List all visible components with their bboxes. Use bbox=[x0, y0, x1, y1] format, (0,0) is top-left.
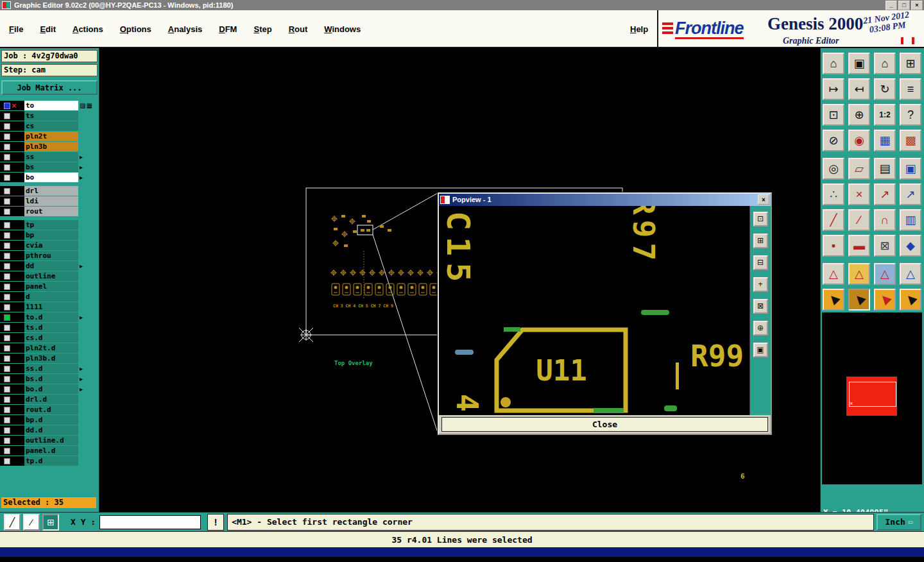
layer-label[interactable]: bo bbox=[24, 173, 78, 182]
zoom-home-icon[interactable]: ⌂ bbox=[874, 53, 896, 74]
layer-label[interactable]: outline.d bbox=[24, 436, 78, 445]
move-vertex-icon[interactable]: ↗ bbox=[874, 183, 896, 205]
layer-checkbox[interactable] bbox=[4, 355, 10, 362]
layer-checkbox[interactable] bbox=[4, 243, 10, 249]
job-matrix-button[interactable]: Job Matrix ... bbox=[1, 80, 98, 95]
copy-vertex-icon[interactable]: ↗ bbox=[900, 183, 921, 205]
highlight-icon[interactable]: ◉ bbox=[848, 130, 870, 151]
line-any-angle-icon[interactable]: ∕ bbox=[848, 209, 870, 231]
layer-label[interactable]: bo.d bbox=[24, 384, 78, 394]
help-tool-icon[interactable]: ? bbox=[900, 104, 921, 126]
layer-checkbox[interactable] bbox=[4, 438, 10, 444]
layer-checkbox[interactable] bbox=[4, 222, 10, 228]
layer-label[interactable]: rout.d bbox=[24, 405, 78, 414]
snap-grid-icon[interactable]: ⊞ bbox=[42, 514, 59, 531]
popview-viewport[interactable]: U11 C15 R97 R99 4 bbox=[439, 206, 749, 415]
pad-select-icon[interactable]: ▣ bbox=[900, 158, 921, 180]
menu-rout[interactable]: Rout bbox=[289, 24, 308, 34]
layer-label[interactable]: d bbox=[24, 292, 78, 302]
menu-dfm[interactable]: DFM bbox=[219, 24, 237, 34]
layer-checkbox[interactable] bbox=[4, 325, 10, 331]
layer-label[interactable]: bs.d bbox=[24, 374, 78, 384]
popview-zoom-out-icon[interactable]: ⊟ bbox=[753, 255, 768, 270]
layer-label[interactable]: bp.d bbox=[24, 415, 78, 425]
grid-dots-icon[interactable]: ▩ bbox=[900, 130, 921, 151]
layer-label[interactable]: pln2t.d bbox=[24, 343, 78, 353]
layer-checkbox[interactable] bbox=[4, 396, 10, 403]
layer-checkbox[interactable] bbox=[4, 427, 10, 434]
popview-zoom-in-icon[interactable]: ⊞ bbox=[753, 234, 768, 248]
xy-coordinate-input[interactable] bbox=[99, 515, 201, 529]
layer-label[interactable]: tp.d bbox=[24, 456, 78, 466]
layer-checkbox[interactable] bbox=[4, 314, 10, 321]
points-mode-icon[interactable]: ∴ bbox=[823, 183, 844, 205]
zoom-previous-icon[interactable]: ⌂ bbox=[823, 53, 844, 74]
layer-checkbox[interactable] bbox=[4, 376, 10, 382]
menu-help[interactable]: Help bbox=[630, 24, 648, 34]
add-triangle-select-icon[interactable]: △ bbox=[874, 263, 896, 285]
layer-checkbox[interactable] bbox=[4, 345, 10, 352]
popview-previous-view-icon[interactable]: ⊠ bbox=[753, 299, 768, 314]
popview-titlebar[interactable]: Popview - 1 × bbox=[439, 194, 771, 206]
measure-icon[interactable]: ▤ bbox=[874, 158, 896, 180]
popview-zoom-window-icon[interactable]: ⊡ bbox=[753, 212, 768, 226]
layer-checkbox[interactable] bbox=[4, 448, 10, 454]
layer-list-icon[interactable]: ≡ bbox=[900, 78, 921, 100]
arc-icon[interactable]: ∩ bbox=[874, 209, 896, 231]
layer-label[interactable]: panel bbox=[24, 282, 78, 291]
add-triangle-blue-icon[interactable]: △ bbox=[900, 263, 921, 285]
menu-actions[interactable]: Actions bbox=[73, 24, 103, 34]
layer-checkbox[interactable] bbox=[4, 253, 10, 259]
tile-windows-icon[interactable]: ⊞ bbox=[900, 53, 921, 74]
menu-analysis[interactable]: Analysis bbox=[168, 24, 202, 34]
layer-label[interactable]: cs.d bbox=[24, 333, 78, 343]
layer-checkbox[interactable] bbox=[4, 154, 10, 160]
layer-label[interactable]: pln3b.d bbox=[24, 353, 78, 363]
popview-center-icon[interactable]: ⊕ bbox=[753, 321, 768, 336]
command-run-button[interactable]: ! bbox=[207, 514, 224, 531]
popview-pan-icon[interactable]: + bbox=[753, 277, 768, 292]
layer-label[interactable]: dd.d bbox=[24, 425, 78, 435]
polygon-fill-icon[interactable]: ◆ bbox=[900, 235, 921, 257]
layer-label[interactable]: 1111 bbox=[24, 302, 78, 312]
refresh-view-icon[interactable]: ↻ bbox=[874, 78, 896, 100]
layer-checkbox[interactable] bbox=[4, 232, 10, 239]
layer-label[interactable]: pln3b bbox=[24, 142, 78, 151]
active-layer-indicator[interactable] bbox=[4, 103, 10, 109]
layer-checkbox[interactable] bbox=[4, 144, 10, 150]
layer-label[interactable]: ts.d bbox=[24, 323, 78, 332]
layer-label[interactable]: ts bbox=[24, 111, 78, 121]
menu-windows[interactable]: Windows bbox=[324, 24, 361, 34]
layer-label[interactable]: bs bbox=[24, 162, 78, 172]
menu-edit[interactable]: Edit bbox=[40, 24, 56, 34]
angle-mode-icon[interactable]: ∕ bbox=[23, 514, 40, 531]
layer-checkbox[interactable] bbox=[4, 263, 10, 269]
layer-label[interactable]: bp bbox=[24, 230, 78, 240]
layer-label[interactable]: ss bbox=[24, 152, 78, 162]
select-reference-icon[interactable]: ▶ bbox=[874, 289, 896, 311]
layer-label[interactable]: cvia bbox=[24, 241, 78, 250]
transform-icon[interactable]: ⊠ bbox=[874, 235, 896, 257]
delete-mode-icon[interactable]: × bbox=[848, 183, 870, 205]
minimize-button[interactable]: _ bbox=[886, 1, 897, 10]
popview-close-icon[interactable]: × bbox=[758, 194, 769, 205]
layer-label[interactable]: cs bbox=[24, 121, 78, 131]
add-triangle-filled-icon[interactable]: △ bbox=[848, 263, 870, 285]
layer-checkbox[interactable] bbox=[4, 458, 10, 464]
menu-options[interactable]: Options bbox=[120, 24, 151, 34]
surface-fill-icon[interactable]: ▥ bbox=[900, 209, 921, 231]
screen-redraw-icon[interactable]: ▣ bbox=[848, 53, 870, 74]
select-tool-icon[interactable]: ▶ bbox=[823, 289, 844, 311]
layer-checkbox[interactable] bbox=[4, 198, 10, 205]
add-pad-icon[interactable]: ▪ bbox=[823, 235, 844, 257]
layer-label[interactable]: ss.d bbox=[24, 364, 78, 373]
pan-center-icon[interactable]: ⊕ bbox=[848, 104, 870, 126]
select-filter-icon[interactable]: ▶ bbox=[900, 289, 921, 311]
layer-label[interactable]: to bbox=[24, 101, 78, 110]
popview-close-button[interactable]: Close bbox=[441, 417, 768, 432]
grid-snap-icon[interactable]: ▦ bbox=[874, 130, 896, 151]
overview-panel[interactable]: × bbox=[822, 312, 922, 484]
layer-label[interactable]: dd bbox=[24, 261, 78, 271]
layer-checkbox[interactable] bbox=[4, 133, 10, 140]
layer-label[interactable]: rout bbox=[24, 207, 78, 216]
